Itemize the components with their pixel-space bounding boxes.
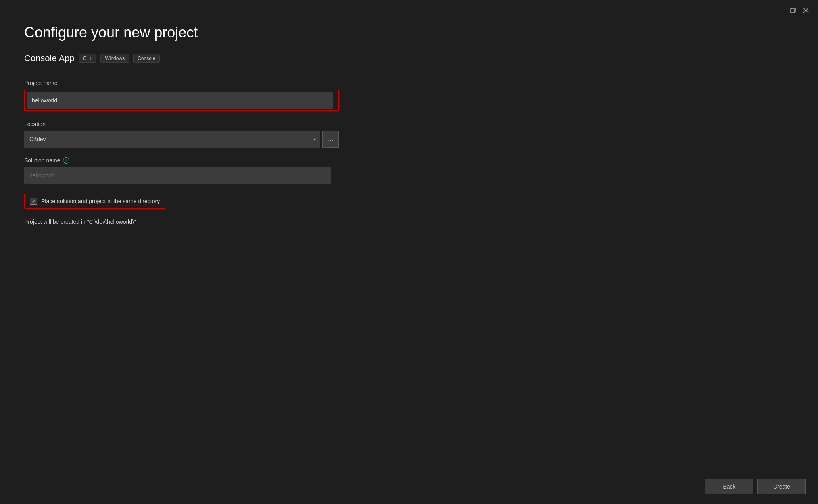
create-button[interactable]: Create — [757, 479, 806, 494]
solution-name-input[interactable] — [24, 167, 331, 184]
checkbox-control: ✓ — [30, 198, 37, 205]
project-name-section: Project name — [24, 80, 339, 111]
location-label: Location — [24, 121, 339, 127]
location-row: C:\dev ▾ ... — [24, 131, 339, 148]
restore-button[interactable] — [789, 6, 797, 15]
close-button[interactable] — [802, 6, 810, 15]
location-select-wrapper: C:\dev ▾ — [24, 131, 320, 148]
subtitle-text: Console App — [24, 53, 75, 64]
back-button[interactable]: Back — [705, 479, 753, 494]
project-name-highlight-border — [24, 90, 339, 111]
checkbox-label: Place solution and project in the same d… — [41, 198, 160, 204]
tag-console: Console — [133, 54, 160, 63]
project-name-label: Project name — [24, 80, 339, 86]
solution-name-section: Solution name i — [24, 157, 339, 184]
solution-name-label: Solution name i — [24, 157, 339, 164]
same-directory-checkbox-wrapper[interactable]: ✓ Place solution and project in the same… — [24, 194, 165, 209]
page-title: Configure your new project — [24, 24, 339, 41]
svg-rect-0 — [791, 9, 795, 13]
project-path-info: Project will be created in "C:\dev\hello… — [24, 219, 339, 225]
location-section: Location C:\dev ▾ ... — [24, 121, 339, 148]
tag-windows: Windows — [100, 54, 129, 63]
window: Configure your new project Console App C… — [0, 0, 818, 504]
checkmark-icon: ✓ — [31, 199, 36, 204]
tag-cpp: C++ — [79, 54, 97, 63]
bottom-bar: Back Create — [693, 469, 818, 504]
project-name-input[interactable] — [27, 92, 333, 109]
browse-button[interactable]: ... — [322, 131, 339, 148]
main-content: Configure your new project Console App C… — [0, 0, 363, 249]
location-select[interactable]: C:\dev — [24, 131, 320, 148]
info-icon[interactable]: i — [63, 157, 69, 164]
subtitle-row: Console App C++ Windows Console — [24, 53, 339, 64]
checkbox-section: ✓ Place solution and project in the same… — [24, 194, 339, 209]
title-bar — [781, 0, 818, 21]
